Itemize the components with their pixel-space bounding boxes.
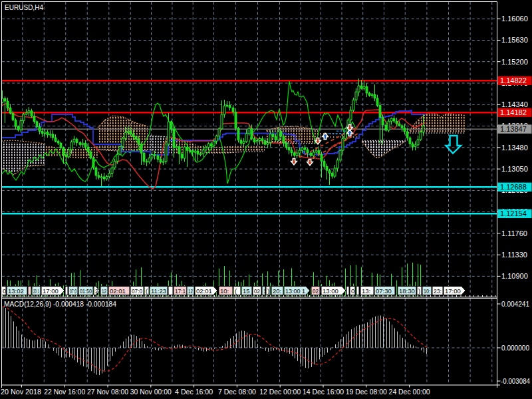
svg-text:30 Nov 00:00: 30 Nov 00:00 xyxy=(130,388,172,396)
svg-text:1.13480: 1.13480 xyxy=(501,144,528,152)
svg-text:27 Nov 08:00: 27 Nov 08:00 xyxy=(87,388,128,396)
svg-text:14 Dec 16:00: 14 Dec 16:00 xyxy=(303,388,344,396)
svg-text:17:00: 17:00 xyxy=(43,287,59,295)
svg-text:02: 02 xyxy=(254,287,260,295)
svg-text:02: 02 xyxy=(313,287,319,295)
svg-text:2: 2 xyxy=(95,287,98,295)
svg-text:23:: 23: xyxy=(434,287,442,295)
svg-text:4 Dec 16:00: 4 Dec 16:00 xyxy=(175,388,213,396)
svg-text:0: 0 xyxy=(3,287,6,295)
svg-text:1.13847: 1.13847 xyxy=(500,125,527,133)
svg-text:17:1: 17:1 xyxy=(175,287,186,295)
svg-text:1.11330: 1.11330 xyxy=(501,251,527,259)
svg-text:01:50: 01:50 xyxy=(80,287,92,295)
svg-text:07:0: 07:0 xyxy=(132,287,142,295)
svg-text:-0.003084: -0.003084 xyxy=(501,377,530,385)
svg-text:0.000000: 0.000000 xyxy=(501,344,529,352)
svg-text:13:00 1: 13:00 1 xyxy=(285,287,305,295)
svg-text:11:23: 11:23 xyxy=(151,287,166,295)
svg-text:1.15630: 1.15630 xyxy=(501,36,528,44)
svg-text:1.13050: 1.13050 xyxy=(501,165,528,173)
svg-text:MACD(12,26,9) -0.000418 -0.000: MACD(12,26,9) -0.000418 -0.000184 xyxy=(4,300,116,308)
svg-text:10:: 10: xyxy=(220,287,229,295)
svg-text:1.10900: 1.10900 xyxy=(501,272,528,280)
svg-text:17:00: 17:00 xyxy=(445,287,461,295)
svg-text:18:30: 18:30 xyxy=(399,287,415,295)
svg-text:15: 15 xyxy=(243,287,250,295)
svg-text:): ) xyxy=(418,287,420,295)
svg-text:EURUSD,H4: EURUSD,H4 xyxy=(5,3,44,11)
svg-text:07:0: 07:0 xyxy=(70,287,76,295)
svg-text:0.004241: 0.004241 xyxy=(501,300,529,308)
svg-text:1.15200: 1.15200 xyxy=(501,58,528,66)
svg-text:1.14182: 1.14182 xyxy=(500,108,527,116)
svg-text:1.12154: 1.12154 xyxy=(500,209,527,217)
svg-text:1.16060: 1.16060 xyxy=(501,15,528,23)
svg-text:13:00: 13:00 xyxy=(323,287,338,295)
svg-text:20:: 20: xyxy=(273,287,281,295)
svg-text:02:01: 02:01 xyxy=(110,287,126,295)
svg-text:02:01: 02:01 xyxy=(196,287,212,295)
svg-text:10:: 10: xyxy=(424,287,430,295)
svg-text:1.11760: 1.11760 xyxy=(501,229,527,237)
svg-text:20 1: 20 1 xyxy=(33,287,39,295)
svg-text:12: 12 xyxy=(188,287,193,295)
svg-text:1.14340: 1.14340 xyxy=(501,100,528,108)
svg-text:7 Dec 08:00: 7 Dec 08:00 xyxy=(218,388,256,396)
svg-text:19 Dec 08:00: 19 Dec 08:00 xyxy=(346,388,387,396)
svg-text:0: 0 xyxy=(351,287,354,295)
svg-text:24 Dec 00:00: 24 Dec 00:00 xyxy=(389,388,430,396)
svg-text:1.12688: 1.12688 xyxy=(500,183,527,191)
svg-text:12: 12 xyxy=(102,287,106,295)
svg-text:20 Nov 2018: 20 Nov 2018 xyxy=(1,388,41,396)
svg-text:1.14822: 1.14822 xyxy=(500,76,527,84)
svg-text:22 Nov 16:00: 22 Nov 16:00 xyxy=(44,388,85,396)
svg-text:): ) xyxy=(267,287,269,295)
svg-text:12 Dec 00:00: 12 Dec 00:00 xyxy=(259,388,301,396)
svg-text:13:: 13: xyxy=(362,287,370,295)
svg-text:07:30: 07:30 xyxy=(376,287,392,295)
svg-text:13:02: 13:02 xyxy=(8,287,24,295)
